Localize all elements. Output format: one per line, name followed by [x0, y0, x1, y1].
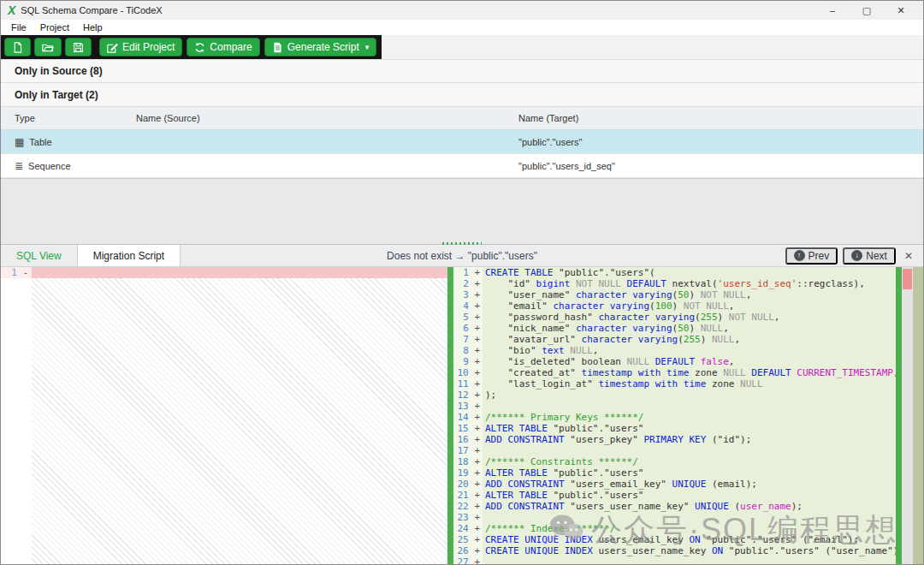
- file-button-group: [4, 38, 92, 56]
- menu-file[interactable]: File: [4, 22, 33, 33]
- section-only-in-target[interactable]: Only in Target (2): [1, 83, 923, 107]
- diff-deleted-line: [32, 267, 447, 278]
- compare-button[interactable]: Compare: [187, 38, 259, 56]
- diff-added-line: 18 +/****** Constraints ******/: [453, 456, 896, 467]
- open-project-button[interactable]: [34, 38, 62, 56]
- only-in-source-label: Only in Source (8): [15, 65, 103, 77]
- arrow-down-circle-icon: ↓: [851, 250, 862, 261]
- diff-added-line: 3 + "user_name" character varying(50) NO…: [453, 289, 896, 300]
- section-only-in-source[interactable]: Only in Source (8): [1, 59, 923, 83]
- generate-script-button[interactable]: Generate Script ▾: [264, 38, 377, 56]
- diff-added-line: 19 +ALTER TABLE "public"."users": [453, 467, 896, 479]
- compare-label: Compare: [210, 41, 252, 53]
- diff-right-edge-bar: [896, 267, 902, 564]
- diff-view: 1 - 1 +CREATE TABLE "public"."users"(2 +…: [1, 267, 923, 564]
- window-title: SQL Schema Compare - TiCodeX: [21, 5, 162, 15]
- chevron-down-icon: ▾: [365, 43, 370, 51]
- folder-open-icon: [42, 42, 54, 53]
- app-logo-icon: X: [8, 3, 15, 17]
- diff-added-line: 27 +: [453, 556, 896, 564]
- diff-nav-actions: ↑ Prev ↓ Next ✕: [785, 245, 923, 266]
- diff-added-line: 20 +ADD CONSTRAINT "users_email_key" UNI…: [453, 479, 896, 490]
- toolbar-row: Edit Project Compare Generate Script ▾: [1, 35, 923, 59]
- diff-right-pane[interactable]: 1 +CREATE TABLE "public"."users"(2 + "id…: [453, 267, 896, 564]
- diff-added-line: 23 +: [453, 512, 896, 523]
- diff-added-line: 7 + "avatar_url" character varying(255) …: [453, 334, 896, 345]
- diff-added-line: 22 +ADD CONSTRAINT "users_user_name_key"…: [453, 501, 896, 512]
- close-icon[interactable]: ✕: [884, 5, 918, 16]
- diff-added-line: 6 + "nick_name" character varying(50) NU…: [453, 323, 896, 334]
- new-file-icon: [12, 42, 23, 53]
- column-header-type[interactable]: Type: [1, 113, 136, 123]
- edit-project-button[interactable]: Edit Project: [99, 38, 182, 56]
- diff-added-line: 10 + "created_at" timestamp with time zo…: [453, 367, 896, 378]
- toolbar: Edit Project Compare Generate Script ▾: [1, 35, 382, 59]
- diff-added-line: 16 +ADD CONSTRAINT "users_pkey" PRIMARY …: [453, 434, 896, 445]
- diff-left-gutter: [1, 267, 32, 564]
- save-icon: [73, 42, 84, 53]
- diff-empty-hatch: [32, 278, 447, 564]
- diff-deleted-marker: [903, 269, 912, 289]
- diff-scrollbar[interactable]: [902, 267, 913, 564]
- diff-left-pane: 1 -: [1, 267, 447, 564]
- grid-header: Type Name (Source) Name (Target): [1, 107, 923, 130]
- splitter-handle[interactable]: [442, 241, 482, 245]
- diff-left-line-number: 1 -: [1, 267, 32, 278]
- bottom-panel-header: SQL View Migration Script Does not exist…: [1, 244, 923, 267]
- column-header-name-source[interactable]: Name (Source): [136, 113, 518, 123]
- diff-added-line: 13 +: [453, 401, 896, 412]
- sequence-list-icon: ≣: [15, 160, 23, 172]
- row-type-label: Sequence: [28, 161, 71, 171]
- script-file-icon: [272, 42, 283, 53]
- diff-added-line: 9 + "is_deleted" boolean NULL DEFAULT fa…: [453, 356, 896, 367]
- diff-added-line: 24 +/****** Indexes ******/: [453, 523, 896, 534]
- sync-icon: [194, 42, 205, 53]
- new-project-button[interactable]: [4, 38, 31, 56]
- grid-empty-area: [1, 178, 923, 244]
- only-in-target-label: Only in Target (2): [15, 89, 98, 101]
- next-button[interactable]: ↓ Next: [843, 247, 896, 265]
- diff-added-line: 17 +: [453, 445, 896, 456]
- row-name-target: "public"."users": [518, 137, 923, 147]
- edit-project-label: Edit Project: [122, 41, 175, 53]
- diff-added-line: 4 + "email" character varying(100) NOT N…: [453, 300, 896, 312]
- minimize-icon[interactable]: –: [815, 5, 850, 15]
- diff-added-line: 21 +ALTER TABLE "public"."users": [453, 490, 896, 501]
- diff-added-line: 5 + "password_hash" character varying(25…: [453, 312, 896, 323]
- diff-added-line: 25 +CREATE UNIQUE INDEX users_email_key …: [453, 534, 896, 545]
- column-header-name-target[interactable]: Name (Target): [518, 113, 923, 123]
- diff-added-line: 8 + "bio" text NULL,: [453, 345, 896, 356]
- row-name-target: "public"."users_id_seq": [518, 161, 923, 171]
- tab-sql-view[interactable]: SQL View: [1, 245, 77, 266]
- row-type-label: Table: [29, 137, 51, 147]
- diff-close-icon[interactable]: ✕: [901, 250, 916, 262]
- next-label: Next: [866, 250, 887, 262]
- generate-script-label: Generate Script: [287, 41, 359, 53]
- diff-added-line: 15 +ALTER TABLE "public"."users": [453, 423, 896, 434]
- diff-added-line: 12 +);: [453, 390, 896, 401]
- arrow-up-circle-icon: ↑: [794, 250, 805, 261]
- title-bar: X SQL Schema Compare - TiCodeX – ▢ ✕: [1, 1, 923, 20]
- diff-added-line: 14 +/****** Primary Keys ******/: [453, 412, 896, 423]
- edit-pencil-icon: [107, 42, 118, 53]
- prev-label: Prev: [808, 250, 830, 262]
- table-row[interactable]: ≣ Sequence "public"."users_id_seq": [1, 154, 923, 178]
- app-window: X SQL Schema Compare - TiCodeX – ▢ ✕ Fil…: [0, 0, 924, 565]
- table-row[interactable]: ▦ Table "public"."users": [1, 130, 923, 154]
- diff-overview-ruler[interactable]: [913, 267, 923, 564]
- prev-button[interactable]: ↑ Prev: [785, 247, 838, 265]
- menu-project[interactable]: Project: [33, 22, 76, 33]
- diff-divider-bar[interactable]: [447, 267, 453, 564]
- menu-bar: File Project Help: [1, 20, 923, 35]
- menu-help[interactable]: Help: [76, 22, 110, 33]
- maximize-icon[interactable]: ▢: [850, 5, 884, 16]
- diff-added-line: 26 +CREATE UNIQUE INDEX users_user_name_…: [453, 545, 896, 556]
- tab-migration-script[interactable]: Migration Script: [77, 245, 181, 266]
- diff-added-line: 2 + "id" bigint NOT NULL DEFAULT nextval…: [453, 278, 896, 289]
- window-controls: – ▢ ✕: [815, 5, 918, 16]
- save-project-button[interactable]: [65, 38, 92, 56]
- diff-added-line: 11 + "last_login_at" timestamp with time…: [453, 378, 896, 390]
- diff-added-line: 1 +CREATE TABLE "public"."users"(: [453, 267, 896, 278]
- table-grid-icon: ▦: [15, 136, 24, 148]
